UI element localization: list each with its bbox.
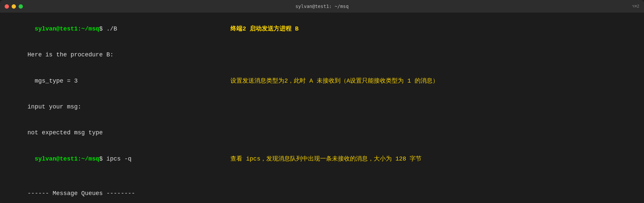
- separator-line: ------ Message Queues --------: [6, 180, 638, 203]
- terminal-line-5: not expected msg type: [6, 120, 638, 146]
- empty-line: [6, 172, 638, 180]
- close-button[interactable]: [5, 4, 9, 9]
- keyboard-shortcut: ⌥⌘2: [632, 4, 639, 9]
- terminal-line-1: sylvan@test1:~/msq$ ./B 终端2 启动发送方进程 B: [6, 16, 638, 42]
- fullscreen-button[interactable]: [19, 4, 23, 9]
- annotation-2: 设置发送消息类型为2，此时 A 未接收到（A设置只能接收类型为 1 的消息）: [192, 68, 439, 94]
- terminal-line-4: input your msg:: [6, 94, 638, 120]
- cmd-1: $ ./B: [99, 26, 117, 32]
- traffic-lights: [5, 4, 23, 9]
- annotation-1: 终端2 启动发送方进程 B: [192, 16, 299, 42]
- cmd-2: $ ipcs -q: [99, 156, 131, 162]
- terminal-line-3: mgs_type = 3 设置发送消息类型为2，此时 A 未接收到（A设置只能接…: [6, 68, 638, 94]
- terminal-line-2: Here is the procedure B:: [6, 42, 638, 68]
- terminal-window: sylvan@test1: ~/msq ⌥⌘2 sylvan@test1:~/m…: [0, 0, 644, 203]
- prompt-2: sylvan@test1:~/msq: [35, 156, 99, 162]
- annotation-3: 查看 ipcs，发现消息队列中出现一条未接收的消息，大小为 128 字节: [192, 146, 422, 171]
- prompt-1: sylvan@test1:~/msq: [35, 26, 99, 32]
- terminal-body[interactable]: sylvan@test1:~/msq$ ./B 终端2 启动发送方进程 B He…: [0, 13, 644, 203]
- terminal-line-6: sylvan@test1:~/msq$ ipcs -q 查看 ipcs，发现消息…: [6, 146, 638, 171]
- minimize-button[interactable]: [12, 4, 16, 9]
- titlebar: sylvan@test1: ~/msq ⌥⌘2: [0, 0, 644, 13]
- window-title: sylvan@test1: ~/msq: [295, 4, 349, 9]
